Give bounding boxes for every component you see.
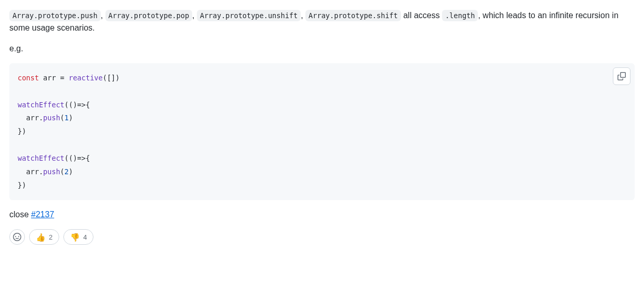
thumbs-down-reaction[interactable]: 👎 4 (63, 229, 93, 245)
code-inline: Array.prototype.pop (105, 10, 193, 21)
code-inline: .length (442, 10, 478, 21)
example-label: e.g. (9, 43, 635, 55)
close-reference: close #2137 (9, 208, 635, 221)
add-reaction-button[interactable] (9, 229, 25, 245)
thumbs-up-reaction[interactable]: 👍 2 (29, 229, 59, 245)
separator: , (192, 11, 197, 20)
thumbs-down-count: 4 (83, 233, 87, 241)
description-paragraph: Array.prototype.push, Array.prototype.po… (9, 9, 635, 34)
code-content: const arr = reactive([]) watchEffect(()=… (18, 72, 626, 192)
code-block: const arr = reactive([]) watchEffect(()=… (9, 63, 635, 200)
smiley-icon (13, 233, 21, 241)
code-inline: Array.prototype.unshift (197, 10, 301, 21)
separator: , (301, 11, 305, 20)
thumbs-down-icon: 👎 (70, 233, 80, 241)
copy-button[interactable] (613, 67, 630, 85)
description-text: all access (403, 11, 442, 20)
code-inline: Array.prototype.push (9, 10, 101, 21)
thumbs-up-icon: 👍 (36, 233, 46, 241)
copy-icon (618, 72, 626, 80)
close-text: close (9, 210, 31, 219)
separator: , (101, 11, 105, 20)
reactions-bar: 👍 2 👎 4 (9, 229, 635, 245)
issue-link[interactable]: #2137 (31, 210, 55, 219)
code-inline: Array.prototype.shift (305, 10, 401, 21)
thumbs-up-count: 2 (49, 233, 52, 241)
